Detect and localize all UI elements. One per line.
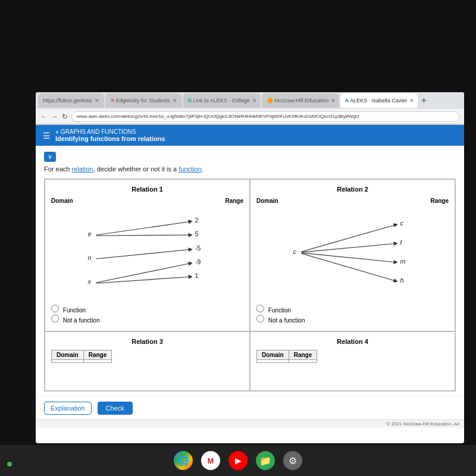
- relation3-table: Domain Range: [51, 350, 112, 363]
- relation2-radio-group: Function Not a function: [256, 305, 449, 324]
- svg-text:1: 1: [195, 272, 199, 279]
- relation2-box: Relation 2 Domain Range c c t m h: [250, 179, 455, 331]
- svg-text:t: t: [400, 239, 403, 246]
- relation2-svg: c c t m h: [256, 208, 449, 300]
- relation1-svg: e n x 2 5 -5 -9 1: [51, 208, 243, 300]
- svg-text:n: n: [88, 254, 92, 261]
- svg-line-8: [96, 221, 192, 235]
- tabs-bar: https://fulton.geniuss ✕ ✕ Edgenuity for…: [36, 92, 464, 109]
- svg-line-10: [96, 249, 192, 259]
- back-button[interactable]: ←: [40, 112, 48, 121]
- relation2-diagram: c c t m h: [256, 208, 449, 300]
- relation3-domain-header: Domain: [52, 350, 84, 360]
- svg-text:-5: -5: [195, 245, 201, 252]
- table-row: [257, 360, 317, 363]
- tab-edgenuity[interactable]: ✕ Edgenuity for Students ✕: [105, 93, 182, 108]
- status-indicator: [7, 462, 12, 466]
- relation1-notfunction-radio[interactable]: [51, 315, 59, 322]
- relation1-function-radio[interactable]: [51, 305, 59, 312]
- check-button[interactable]: Check: [98, 402, 133, 415]
- svg-text:h: h: [400, 277, 404, 284]
- taskbar-gmail-icon[interactable]: M: [201, 451, 220, 470]
- relation1-diagram: e n x 2 5 -5 -9 1: [51, 208, 243, 300]
- svg-line-9: [96, 235, 192, 236]
- tab-aleks-link[interactable]: B Link to ALEKS · College ✕: [183, 93, 261, 108]
- relation1-notfunction-option[interactable]: Not a function: [51, 315, 243, 324]
- app-header: ☰ ● GRAPHS AND FUNCTIONS Identifying fun…: [36, 125, 464, 146]
- hamburger-icon[interactable]: ☰: [43, 131, 51, 140]
- svg-text:2: 2: [195, 217, 199, 224]
- relation4-range-header: Range: [289, 350, 317, 360]
- relations-grid: Relation 1 Domain Range e n x 2 5: [44, 178, 456, 392]
- page-title: Identifying functions from relations: [55, 135, 165, 142]
- relation2-notfunction-radio[interactable]: [256, 315, 264, 322]
- relation3-range-header: Range: [83, 350, 112, 360]
- taskbar-chrome-icon[interactable]: 🌐: [174, 451, 193, 470]
- relation4-title: Relation 4: [256, 338, 449, 345]
- instruction-text: For each relation, decide whether or not…: [44, 165, 456, 173]
- bottom-bar: Explanation Check: [36, 396, 464, 419]
- address-bar: ← → ↻ www-awn.aleks.com/alekscgi/x/lsl.e…: [36, 109, 464, 124]
- tab-geniuss[interactable]: https://fulton.geniuss ✕: [38, 93, 104, 108]
- footer-bar: © 2021 McGraw-Hill Education. All: [36, 419, 464, 428]
- relation2-notfunction-option[interactable]: Not a function: [256, 315, 449, 324]
- relation4-domain-header: Domain: [257, 350, 289, 360]
- tab-aleks-active[interactable]: A ALEKS · Isabella Cavier ✕: [340, 93, 418, 108]
- section-label: ● GRAPHS AND FUNCTIONS: [55, 129, 165, 135]
- svg-text:m: m: [400, 258, 406, 265]
- relation4-box: Relation 4 Domain Range: [250, 331, 455, 391]
- svg-text:-9: -9: [195, 258, 201, 265]
- svg-text:c: c: [400, 220, 404, 227]
- explanation-button[interactable]: Explanation: [44, 402, 92, 415]
- svg-text:e: e: [88, 230, 92, 237]
- table-row: [52, 360, 112, 363]
- svg-text:5: 5: [195, 230, 199, 237]
- address-input[interactable]: www-awn.aleks.com/alekscgi/x/lsl.exe/1o_…: [71, 111, 459, 122]
- relation1-function-option[interactable]: Function: [51, 305, 243, 314]
- svg-text:x: x: [87, 278, 92, 285]
- expand-button[interactable]: ∨: [44, 152, 56, 162]
- svg-text:c: c: [293, 248, 297, 255]
- relation1-title: Relation 1: [51, 186, 243, 193]
- relation3-title: Relation 3: [51, 338, 243, 345]
- relation1-col-labels: Domain Range: [51, 198, 243, 204]
- relation1-box: Relation 1 Domain Range e n x 2 5: [45, 179, 250, 331]
- relation3-box: Relation 3 Domain Range: [45, 331, 250, 391]
- forward-button[interactable]: →: [51, 112, 58, 121]
- relation2-function-radio[interactable]: [256, 305, 264, 312]
- reload-button[interactable]: ↻: [62, 112, 68, 121]
- relation2-title: Relation 2: [256, 186, 449, 193]
- new-tab-button[interactable]: +: [421, 95, 427, 106]
- main-content: ∨ For each relation, decide whether or n…: [36, 146, 464, 396]
- tab-mcgraw[interactable]: 🔶 McGraw-Hill Education ✕: [262, 93, 339, 108]
- taskbar-youtube-icon[interactable]: ▶: [228, 451, 248, 470]
- taskbar-settings-icon[interactable]: ⚙: [283, 451, 302, 470]
- relation2-col-labels: Domain Range: [256, 198, 449, 204]
- relation4-table: Domain Range: [256, 350, 317, 363]
- relation2-function-option[interactable]: Function: [256, 305, 449, 314]
- taskbar: 🌐 M ▶ 📁 ⚙: [0, 445, 476, 476]
- taskbar-files-icon[interactable]: 📁: [256, 451, 275, 470]
- relation1-radio-group: Function Not a function: [51, 305, 243, 324]
